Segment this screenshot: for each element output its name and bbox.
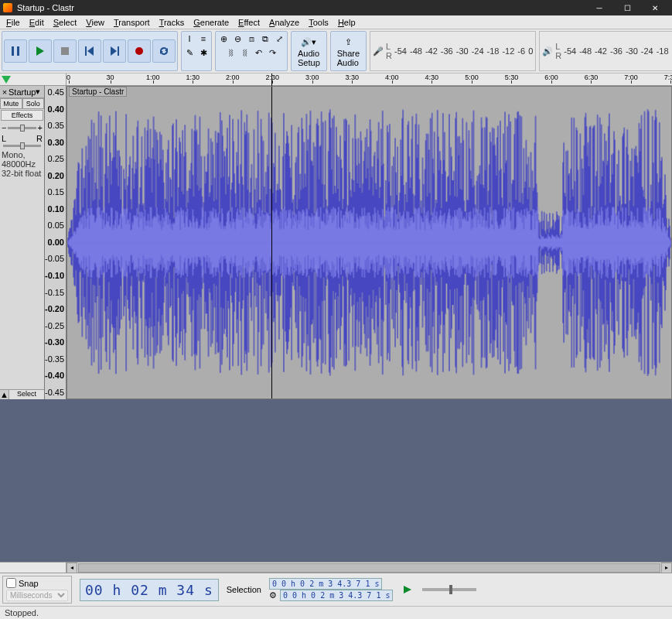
waveform-canvas[interactable] bbox=[67, 87, 671, 398]
selection-box: Selection bbox=[227, 585, 261, 594]
main-area: × Startup - Clas ▾ Mute Solo Effects − +… bbox=[0, 86, 672, 573]
menu-edit[interactable]: Edit bbox=[25, 17, 49, 28]
selection-end[interactable]: 0 0 h 0 2 m 3 4.3 7 1 s bbox=[280, 590, 393, 601]
empty-tracks-area[interactable] bbox=[0, 399, 672, 562]
silence-button[interactable]: ⧛ bbox=[237, 46, 251, 59]
play-at-speed-button[interactable] bbox=[401, 583, 414, 597]
maximize-button[interactable]: ☐ bbox=[613, 0, 641, 15]
track-panel: × Startup - Clas ▾ Mute Solo Effects − +… bbox=[0, 86, 45, 399]
menu-analyze[interactable]: Analyze bbox=[264, 17, 304, 28]
pause-button[interactable] bbox=[4, 39, 27, 63]
statusbar: Stopped. bbox=[0, 606, 672, 619]
play-button[interactable] bbox=[29, 39, 52, 63]
svg-rect-0 bbox=[12, 46, 14, 56]
playback-cursor[interactable] bbox=[271, 87, 272, 398]
solo-button[interactable]: Solo bbox=[22, 98, 45, 109]
play-meter-scale: -54-48-42-36-30-24-18-12-60 bbox=[564, 46, 672, 56]
mic-icon: 🎤 bbox=[373, 46, 384, 56]
minimize-button[interactable]: ─ bbox=[585, 0, 613, 15]
amplitude-scale[interactable]: 0.450.400.350.300.250.200.150.100.050.00… bbox=[45, 86, 67, 399]
scroll-right-button[interactable]: ▸ bbox=[661, 563, 672, 573]
transport-group bbox=[2, 31, 178, 71]
record-meter-scale: -54-48-42-36-30-24-18-12-60 bbox=[394, 46, 533, 56]
status-text: Stopped. bbox=[5, 608, 39, 617]
toolbar-row: I ≡ ✎ ✱ ⊕ ⊖ ⧈ ⧉ ⤢ ⧚ ⧛ ↶ ↷ 🔊▾ Audio Setup bbox=[0, 29, 672, 74]
menu-file[interactable]: File bbox=[2, 17, 25, 28]
svg-marker-5 bbox=[87, 46, 94, 56]
snap-unit-select[interactable]: Milliseconds bbox=[6, 590, 68, 601]
pan-slider[interactable] bbox=[3, 145, 41, 147]
audio-setup-label: Audio Setup bbox=[298, 49, 320, 67]
menu-transport[interactable]: Transport bbox=[109, 17, 155, 28]
timeline[interactable]: 0301:001:302:002:303:003:304:004:305:005… bbox=[0, 74, 672, 86]
undo-button[interactable]: ↶ bbox=[251, 46, 265, 59]
play-meter[interactable]: 🔊 LR -54-48-42-36-30-24-18-12-60 bbox=[539, 31, 672, 71]
collapse-button[interactable]: ▲ bbox=[0, 390, 9, 399]
pan-slider-row bbox=[0, 143, 44, 149]
selection-tool[interactable]: I bbox=[182, 32, 196, 45]
scroll-left-button[interactable]: ◂ bbox=[67, 563, 77, 573]
track-name[interactable]: Startup - Clas bbox=[9, 87, 36, 97]
track-select-button[interactable]: Select bbox=[9, 390, 44, 399]
snap-checkbox[interactable] bbox=[6, 578, 16, 588]
horizontal-scrollbar[interactable]: ◂ ▸ bbox=[0, 562, 672, 573]
tools-group: I ≡ ✎ ✱ bbox=[181, 31, 212, 71]
multi-tool[interactable]: ✱ bbox=[196, 46, 210, 59]
app-icon bbox=[3, 3, 12, 12]
share-audio-button[interactable]: ⇪ Share Audio bbox=[333, 33, 364, 69]
setup-group: 🔊▾ Audio Setup bbox=[291, 31, 327, 71]
menu-help[interactable]: Help bbox=[333, 17, 360, 28]
play-head-icon[interactable] bbox=[2, 76, 11, 84]
skip-start-button[interactable] bbox=[78, 39, 101, 63]
stop-button[interactable] bbox=[53, 39, 77, 63]
gain-slider-row: − + bbox=[0, 121, 44, 134]
redo-button[interactable]: ↷ bbox=[265, 46, 279, 59]
record-button[interactable] bbox=[128, 39, 151, 63]
record-meter[interactable]: 🎤 LR -54-48-42-36-30-24-18-12-60 bbox=[370, 31, 536, 71]
zoom-out-button[interactable]: ⊖ bbox=[230, 32, 244, 45]
window-title: Startup - Clastr bbox=[17, 3, 585, 12]
fit-project-button[interactable]: ⧉ bbox=[258, 32, 272, 45]
fit-selection-button[interactable]: ⧈ bbox=[244, 32, 258, 45]
zoom-in-button[interactable]: ⊕ bbox=[217, 32, 230, 45]
menu-generate[interactable]: Generate bbox=[189, 17, 234, 28]
skip-end-button[interactable] bbox=[103, 39, 126, 63]
envelope-tool[interactable]: ≡ bbox=[196, 32, 210, 45]
menu-effect[interactable]: Effect bbox=[234, 17, 264, 28]
audio-setup-button[interactable]: 🔊▾ Audio Setup bbox=[293, 33, 325, 69]
track-format-info: Mono, 48000Hz 32-bit float bbox=[0, 149, 44, 180]
svg-rect-1 bbox=[17, 46, 19, 56]
gain-plus-icon: + bbox=[38, 123, 43, 132]
clip-title[interactable]: Startup - Clastr bbox=[69, 87, 127, 97]
gear-icon[interactable]: ⚙ bbox=[269, 590, 277, 600]
meter-lr-label: LR bbox=[386, 42, 392, 60]
track-close-button[interactable]: × bbox=[1, 87, 9, 97]
pan-right-label: R bbox=[36, 134, 43, 143]
loop-button[interactable] bbox=[152, 39, 176, 63]
timeline-ruler[interactable]: 0301:001:302:002:303:003:304:004:305:005… bbox=[67, 74, 672, 85]
menu-tools[interactable]: Tools bbox=[304, 17, 333, 28]
mute-button[interactable]: Mute bbox=[0, 98, 22, 109]
trim-button[interactable]: ⧚ bbox=[223, 46, 237, 59]
zoom-toggle-button[interactable]: ⤢ bbox=[272, 32, 286, 45]
speaker-small-icon: 🔊 bbox=[542, 46, 553, 56]
gain-slider[interactable] bbox=[8, 127, 36, 129]
playback-speed-slider[interactable] bbox=[422, 588, 476, 591]
draw-tool[interactable]: ✎ bbox=[182, 46, 196, 59]
close-button[interactable]: ✕ bbox=[641, 0, 669, 15]
menu-select[interactable]: Select bbox=[49, 17, 82, 28]
scroll-thumb[interactable] bbox=[78, 563, 660, 573]
gain-minus-icon: − bbox=[2, 123, 6, 132]
time-display[interactable]: 00 h 02 m 34 s bbox=[80, 579, 219, 601]
meter-lr-label: LR bbox=[555, 42, 561, 60]
zoom-group: ⊕ ⊖ ⧈ ⧉ ⤢ ⧚ ⧛ ↶ ↷ bbox=[215, 31, 288, 71]
menu-tracks[interactable]: Tracks bbox=[155, 17, 189, 28]
menu-view[interactable]: View bbox=[81, 17, 109, 28]
speaker-icon: 🔊▾ bbox=[301, 35, 316, 49]
svg-rect-4 bbox=[85, 46, 87, 56]
track-menu-button[interactable]: ▾ bbox=[36, 87, 43, 97]
svg-marker-6 bbox=[111, 46, 117, 56]
waveform-area[interactable]: Startup - Clastr bbox=[67, 86, 672, 399]
effects-button[interactable]: Effects bbox=[1, 110, 43, 121]
selection-start[interactable]: 0 0 h 0 2 m 3 4.3 7 1 s bbox=[269, 578, 382, 590]
